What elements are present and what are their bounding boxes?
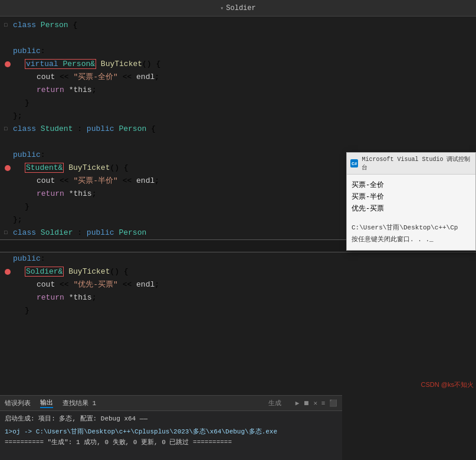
- console-prompt: 按任意键关闭此窗口. . ._: [352, 234, 471, 245]
- collapse-icon-2[interactable]: □: [4, 126, 11, 132]
- line-content-semi1: };: [13, 110, 476, 123]
- code-line-virtual: virtual Person& BuyTicket() {: [0, 58, 476, 71]
- console-line-1: 买票-全价: [352, 179, 471, 191]
- bottom-panel: 错误列表 输出 查找结果 1 生成 ▶ ⏹ ✕ ≡ ⬛ 启动生成: 项目: 多态…: [0, 395, 342, 460]
- console-body: 买票-全价 买票-半价 优先-买票 C:\Users\甘雨\Desktop\c+…: [347, 175, 475, 250]
- line-content-soldier-method: Soldier& BuyTicket() {: [13, 265, 476, 278]
- output-line-4: ========== "生成": 1 成功, 0 失败, 0 更新, 0 已跳过…: [5, 437, 337, 448]
- code-line-cout1: cout << "买票-全价" << endl;: [0, 71, 476, 84]
- output-line-3: 1>oj -> C:\Users\甘雨\Desktop\c++\Cplusplu…: [5, 426, 337, 437]
- active-tab[interactable]: ▾ Soldier: [220, 4, 255, 12]
- line-content-cout1: cout << "买票-全价" << endl;: [13, 71, 476, 84]
- breakpoint-dot-2: [5, 165, 11, 171]
- code-line-student-class: □ class Student : public Person {: [0, 123, 476, 136]
- code-line-brace1: }: [0, 97, 476, 110]
- line-content-public1: public:: [13, 45, 476, 58]
- gutter-soldier-class: □: [2, 230, 13, 236]
- code-line-return3: return *this;: [0, 291, 476, 304]
- build-label: 生成: [268, 399, 281, 408]
- line-content-brace3: }: [13, 304, 476, 317]
- gutter-student-class: □: [2, 126, 13, 132]
- breakpoint-dot-3: [5, 269, 11, 275]
- line-content-public3: public:: [13, 252, 476, 265]
- line-content-virtual: virtual Person& BuyTicket() {: [13, 58, 476, 71]
- line-content-cout3: cout << "优先-买票" << endl;: [13, 278, 476, 291]
- tab-output[interactable]: 输出: [40, 398, 53, 408]
- console-window: C# Microsoft Visual Studio 调试控制台 买票-全价 买…: [346, 152, 476, 251]
- code-line-semi1: };: [0, 110, 476, 123]
- gutter-student-method: [2, 165, 13, 171]
- collapse-icon-3[interactable]: □: [4, 230, 11, 236]
- tab-bar: ▾ Soldier: [0, 0, 476, 17]
- tab-arrow-icon: ▾: [220, 5, 224, 12]
- code-line-blank2: [0, 136, 476, 149]
- console-path: C:\Users\甘雨\Desktop\c++\Cp: [352, 222, 471, 234]
- code-line-brace3: }: [0, 304, 476, 317]
- code-line-public1: public:: [0, 45, 476, 58]
- console-title: Microsoft Visual Studio 调试控制台: [362, 155, 472, 172]
- code-line-blank1: [0, 32, 476, 45]
- console-line-2: 买票-半价: [352, 191, 471, 203]
- build-controls[interactable]: ▶ ⏹ ✕ ≡ ⬛: [296, 399, 337, 407]
- console-titlebar: C# Microsoft Visual Studio 调试控制台: [347, 153, 475, 175]
- gutter-1: □: [2, 22, 13, 28]
- bottom-tabs: 错误列表 输出 查找结果 1 生成 ▶ ⏹ ✕ ≡ ⬛: [0, 396, 342, 411]
- tab-label: Soldier: [226, 4, 255, 12]
- line-content-return1: return *this;: [13, 84, 476, 97]
- code-line-cout3: cout << "优先-买票" << endl;: [0, 278, 476, 291]
- line-content-blank1: [13, 32, 476, 45]
- code-line-return1: return *this;: [0, 84, 476, 97]
- watermark: CSDN @ks不知火: [421, 380, 474, 389]
- output-line-1: 启动生成: 项目: 多态, 配置: Debug x64 ——: [5, 413, 337, 424]
- gutter-soldier-method: [2, 269, 13, 275]
- collapse-icon-1[interactable]: □: [4, 22, 11, 28]
- line-content-brace1: }: [13, 97, 476, 110]
- gutter-virtual: [2, 61, 13, 67]
- line-content-1: class Person {: [13, 19, 476, 32]
- breakpoint-dot-1: [5, 61, 11, 67]
- output-area: 启动生成: 项目: 多态, 配置: Debug x64 —— 1>oj -> C…: [0, 411, 342, 450]
- tab-errors[interactable]: 错误列表: [5, 399, 31, 408]
- vs-icon: C#: [350, 159, 358, 167]
- code-line-1: □ class Person {: [0, 19, 476, 32]
- line-content-return3: return *this;: [13, 291, 476, 304]
- console-line-3: 优先-买票: [352, 203, 471, 215]
- console-spacer: [352, 215, 471, 219]
- line-content-blank2: [13, 136, 476, 149]
- tab-find[interactable]: 查找结果 1: [63, 399, 96, 408]
- line-content-student-class: class Student : public Person {: [13, 123, 476, 136]
- code-line-soldier-method: Soldier& BuyTicket() {: [0, 265, 476, 278]
- code-line-public3: public:: [0, 252, 476, 265]
